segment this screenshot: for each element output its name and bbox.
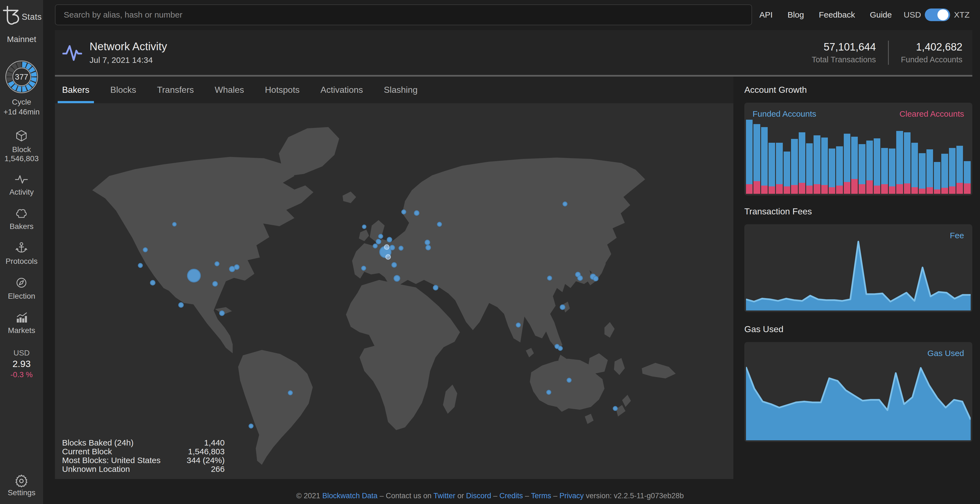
baker-location-dot[interactable]: [425, 245, 431, 250]
growth-bar[interactable]: [912, 120, 918, 194]
growth-bar[interactable]: [934, 120, 940, 194]
baker-location-dot[interactable]: [391, 262, 397, 268]
nav-link-api[interactable]: API: [752, 10, 780, 19]
tab-bakers[interactable]: Bakers: [62, 77, 89, 103]
tzstats-logo[interactable]: Stats: [2, 5, 42, 28]
growth-bar[interactable]: [949, 120, 956, 194]
growth-bar[interactable]: [776, 120, 783, 194]
baker-location-dot[interactable]: [516, 323, 521, 328]
footer-link-credits[interactable]: Credits: [500, 492, 523, 500]
search-input[interactable]: [55, 5, 752, 25]
growth-bar[interactable]: [851, 120, 858, 194]
baker-location-dot[interactable]: [385, 254, 391, 260]
tab-whales[interactable]: Whales: [215, 77, 244, 103]
baker-location-dot[interactable]: [376, 239, 381, 244]
sidebar-item-bakers[interactable]: Bakers: [10, 207, 33, 231]
sidebar-item-markets[interactable]: Markets: [8, 311, 35, 335]
tab-activations[interactable]: Activations: [321, 77, 363, 103]
growth-bar[interactable]: [881, 120, 888, 194]
footer-link-discord[interactable]: Discord: [466, 492, 492, 500]
baker-location-dot[interactable]: [248, 423, 253, 428]
growth-bar[interactable]: [813, 120, 820, 194]
baker-location-dot[interactable]: [425, 239, 430, 245]
growth-bar[interactable]: [768, 120, 775, 194]
baker-location-dot[interactable]: [437, 222, 442, 227]
baker-location-dot[interactable]: [563, 201, 568, 206]
growth-bar[interactable]: [753, 120, 760, 194]
baker-location-dot[interactable]: [187, 269, 201, 282]
nav-link-blog[interactable]: Blog: [780, 10, 811, 19]
baker-location-dot[interactable]: [361, 266, 366, 271]
baker-location-dot[interactable]: [373, 244, 378, 249]
growth-bar[interactable]: [874, 120, 880, 194]
sidebar-item-block[interactable]: Block 1,546,803: [5, 129, 39, 163]
nav-link-feedback[interactable]: Feedback: [811, 10, 862, 19]
growth-bar[interactable]: [761, 120, 768, 194]
growth-bar[interactable]: [964, 120, 970, 194]
tab-blocks[interactable]: Blocks: [110, 77, 136, 103]
baker-location-dot[interactable]: [401, 209, 406, 214]
tab-slashing[interactable]: Slashing: [384, 77, 418, 103]
cycle-gauge[interactable]: 377: [5, 60, 39, 94]
baker-location-dot[interactable]: [560, 304, 565, 310]
baker-location-dot[interactable]: [414, 210, 419, 216]
baker-location-dot[interactable]: [399, 246, 404, 250]
baker-location-dot[interactable]: [593, 276, 598, 281]
baker-location-dot[interactable]: [384, 244, 390, 250]
baker-location-dot[interactable]: [215, 262, 220, 266]
baker-location-dot[interactable]: [362, 225, 366, 229]
growth-bar[interactable]: [784, 120, 790, 194]
baker-location-dot[interactable]: [578, 275, 583, 281]
growth-bar[interactable]: [926, 120, 933, 194]
sidebar-item-protocols[interactable]: Protocols: [5, 241, 38, 266]
growth-bar[interactable]: [904, 120, 910, 194]
currency-toggle[interactable]: [925, 8, 950, 21]
baker-location-dot[interactable]: [378, 234, 383, 239]
baker-location-dot[interactable]: [150, 280, 156, 285]
baker-location-dot[interactable]: [178, 302, 184, 308]
nav-link-guide[interactable]: Guide: [862, 10, 899, 19]
baker-location-dot[interactable]: [558, 346, 563, 351]
growth-bar[interactable]: [956, 120, 963, 194]
growth-bar[interactable]: [806, 120, 813, 194]
baker-location-dot[interactable]: [219, 311, 225, 316]
growth-bar[interactable]: [836, 120, 843, 194]
growth-bar[interactable]: [919, 120, 925, 194]
baker-location-dot[interactable]: [613, 406, 618, 411]
baker-location-dot[interactable]: [390, 245, 395, 250]
footer-link-terms[interactable]: Terms: [531, 492, 551, 500]
sidebar-item-settings[interactable]: Settings: [8, 473, 35, 498]
growth-bar[interactable]: [889, 120, 896, 194]
baker-location-dot[interactable]: [212, 281, 218, 287]
baker-location-dot[interactable]: [546, 390, 551, 395]
baker-location-dot[interactable]: [394, 275, 400, 282]
baker-location-dot[interactable]: [387, 237, 392, 242]
baker-location-dot[interactable]: [172, 222, 177, 227]
growth-bar[interactable]: [746, 120, 752, 194]
growth-bar[interactable]: [829, 120, 835, 194]
growth-bar[interactable]: [799, 120, 805, 194]
baker-location-dot[interactable]: [143, 247, 148, 252]
sidebar-item-election[interactable]: Election: [8, 276, 35, 301]
growth-bar[interactable]: [896, 120, 903, 194]
baker-location-dot[interactable]: [234, 265, 240, 270]
baker-location-dot[interactable]: [547, 276, 552, 281]
tab-transfers[interactable]: Transfers: [157, 77, 194, 103]
price-widget[interactable]: USD 2.93 -0.3 %: [10, 349, 33, 379]
cycle-number: 377: [5, 60, 39, 94]
footer-link-twitter[interactable]: Twitter: [433, 492, 455, 500]
footer-link-blockwatch-data[interactable]: Blockwatch Data: [322, 492, 377, 500]
growth-bar[interactable]: [859, 120, 865, 194]
growth-bar[interactable]: [866, 120, 873, 194]
footer-link-privacy[interactable]: Privacy: [560, 492, 584, 500]
growth-bar[interactable]: [821, 120, 828, 194]
baker-location-dot[interactable]: [138, 263, 143, 268]
baker-location-dot[interactable]: [566, 378, 571, 383]
tab-hotspots[interactable]: Hotspots: [265, 77, 300, 103]
baker-location-dot[interactable]: [433, 285, 438, 290]
sidebar-item-activity[interactable]: Activity: [10, 173, 34, 197]
growth-bar[interactable]: [941, 120, 948, 194]
growth-bar[interactable]: [791, 120, 798, 194]
baker-location-dot[interactable]: [288, 390, 293, 395]
growth-bar[interactable]: [844, 120, 850, 194]
